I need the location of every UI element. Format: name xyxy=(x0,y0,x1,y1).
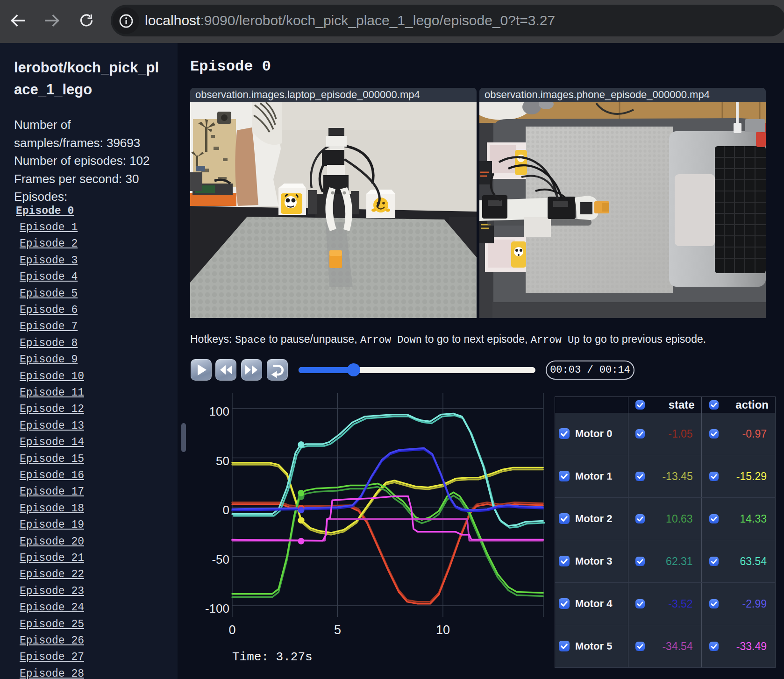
svg-text:5: 5 xyxy=(334,623,341,637)
svg-text:100: 100 xyxy=(209,404,229,418)
svg-text:Time: 3.27s: Time: 3.27s xyxy=(232,650,313,664)
svg-text:-50: -50 xyxy=(212,552,229,566)
svg-text:-100: -100 xyxy=(205,601,229,615)
svg-text:10: 10 xyxy=(436,623,450,637)
svg-text:0: 0 xyxy=(223,503,229,517)
svg-text:50: 50 xyxy=(216,454,229,468)
svg-text:0: 0 xyxy=(228,623,235,637)
